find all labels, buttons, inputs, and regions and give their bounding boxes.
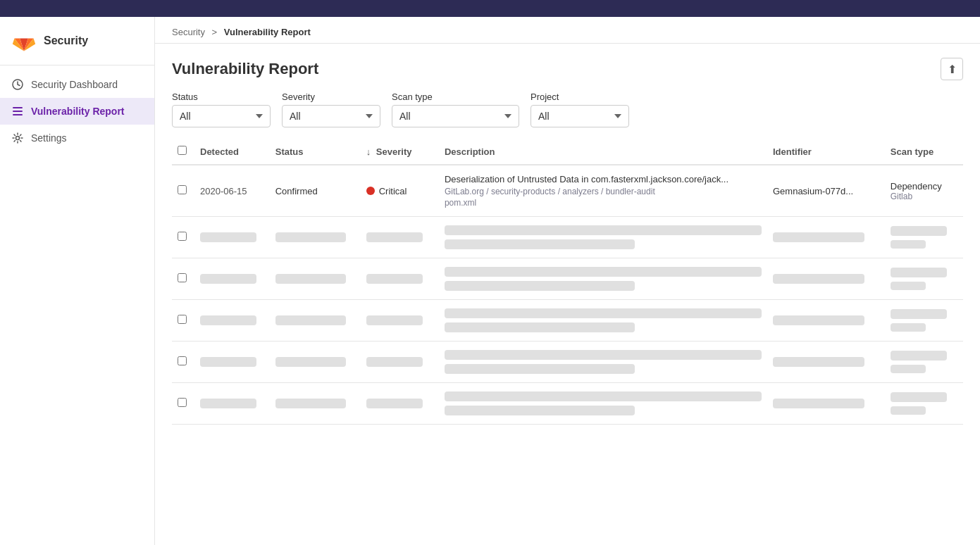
table-row xyxy=(172,258,963,300)
cell-identifier: Gemnasium-077d... xyxy=(767,165,885,217)
sidebar-item-label-dashboard: Security Dashboard xyxy=(31,79,118,90)
sidebar-item-security-dashboard[interactable]: Security Dashboard xyxy=(0,71,154,98)
row-checkbox[interactable] xyxy=(178,273,187,282)
breadcrumb: Security > Vulnerability Report xyxy=(155,17,980,44)
skel-check xyxy=(172,342,194,383)
row-checkbox[interactable] xyxy=(178,232,187,241)
table-row xyxy=(172,342,963,383)
skeleton xyxy=(891,309,947,319)
sidebar-title: Security xyxy=(44,35,88,47)
cell-scantype: Dependency Gitlab xyxy=(885,165,963,217)
scantype-main: Dependency xyxy=(891,181,957,192)
table-row xyxy=(172,217,963,258)
sidebar-item-settings[interactable]: Settings xyxy=(0,125,154,151)
skeleton xyxy=(445,406,635,415)
breadcrumb-current: Vulnerability Report xyxy=(224,27,311,37)
skeleton xyxy=(891,351,947,361)
row-checkbox[interactable] xyxy=(178,315,187,324)
skeleton xyxy=(445,281,635,291)
export-button[interactable]: ⬆ xyxy=(941,58,963,80)
vulnerability-table-wrapper: Detected Status ↓ Severity Description I… xyxy=(155,139,980,425)
filter-severity-select[interactable]: All Critical High Medium Low Info Unknow… xyxy=(282,105,380,127)
skeleton xyxy=(445,308,762,318)
skel-check xyxy=(172,383,194,425)
skeleton xyxy=(366,399,423,408)
row-checkbox[interactable] xyxy=(178,356,187,365)
skeleton xyxy=(200,357,256,367)
skeleton xyxy=(445,239,635,249)
breadcrumb-separator: > xyxy=(212,27,218,37)
filters-bar: Status All Detected Confirmed Dismissed … xyxy=(155,92,980,139)
filter-scantype-select[interactable]: All SAST DAST Dependency Scanning Contai… xyxy=(392,105,519,127)
filter-project-select[interactable]: All xyxy=(531,105,629,127)
skeleton xyxy=(891,268,947,277)
main-content: Security > Vulnerability Report Vulnerab… xyxy=(155,17,980,545)
filter-project-label: Project xyxy=(531,92,629,102)
description-path: GitLab.org / security-products / analyze… xyxy=(445,187,762,196)
table-row: 2020-06-15 Confirmed Critical Deserializ… xyxy=(172,165,963,217)
skel-check xyxy=(172,217,194,258)
table-header-row: Detected Status ↓ Severity Description I… xyxy=(172,139,963,165)
skeleton xyxy=(366,232,423,242)
th-identifier: Identifier xyxy=(767,139,885,165)
skeleton xyxy=(891,226,947,236)
filter-status-select[interactable]: All Detected Confirmed Dismissed Resolve… xyxy=(172,105,271,127)
scantype-sub: Gitlab xyxy=(891,192,957,201)
top-bar xyxy=(0,0,980,17)
skeleton xyxy=(445,267,762,277)
skeleton xyxy=(275,274,346,284)
filter-status-group: Status All Detected Confirmed Dismissed … xyxy=(172,92,271,127)
gitlab-logo xyxy=(11,28,37,54)
sidebar-item-vulnerability-report[interactable]: Vulnerability Report xyxy=(0,98,154,125)
sidebar-item-label-settings: Settings xyxy=(31,132,67,144)
filter-severity-label: Severity xyxy=(282,92,380,102)
skeleton xyxy=(366,357,423,367)
skeleton xyxy=(275,357,346,367)
skeleton xyxy=(773,232,864,242)
th-scantype: Scan type xyxy=(885,139,963,165)
skeleton xyxy=(275,399,346,408)
dashboard-icon xyxy=(11,78,24,91)
svg-rect-3 xyxy=(13,114,23,115)
skeleton xyxy=(891,406,926,415)
skel-check xyxy=(172,300,194,342)
th-select-all xyxy=(172,139,194,165)
sidebar-item-label-vuln: Vulnerability Report xyxy=(31,106,125,117)
skeleton xyxy=(200,315,256,325)
skeleton xyxy=(891,365,926,373)
skel-check xyxy=(172,258,194,300)
skeleton xyxy=(366,274,423,284)
skeleton xyxy=(773,274,864,284)
sidebar: Security Security Dashboard xyxy=(0,17,155,545)
description-main: Deserialization of Untrusted Data in com… xyxy=(445,174,762,184)
filter-status-label: Status xyxy=(172,92,271,102)
cell-status: Confirmed xyxy=(270,165,361,217)
filter-scantype-group: Scan type All SAST DAST Dependency Scann… xyxy=(392,92,519,127)
select-all-checkbox[interactable] xyxy=(178,146,187,155)
svg-rect-2 xyxy=(13,111,23,112)
skeleton xyxy=(445,364,635,374)
table-row xyxy=(172,383,963,425)
row-checkbox[interactable] xyxy=(178,398,187,407)
page-title: Vulnerability Report xyxy=(172,60,318,78)
skeleton xyxy=(773,315,864,325)
skeleton xyxy=(200,232,256,242)
skeleton xyxy=(275,315,346,325)
skeleton xyxy=(891,392,947,402)
skeleton xyxy=(773,357,864,367)
skeleton xyxy=(200,274,256,284)
th-detected: Detected xyxy=(194,139,270,165)
th-description: Description xyxy=(439,139,767,165)
skeleton xyxy=(445,225,762,235)
th-severity[interactable]: ↓ Severity xyxy=(361,139,439,165)
breadcrumb-parent[interactable]: Security xyxy=(172,27,205,37)
cell-severity: Critical xyxy=(361,165,439,217)
filter-scantype-label: Scan type xyxy=(392,92,519,102)
page-header: Vulnerability Report ⬆ xyxy=(155,44,980,92)
row-checkbox[interactable] xyxy=(178,185,187,194)
sort-icon: ↓ xyxy=(366,146,371,157)
cell-description: Deserialization of Untrusted Data in com… xyxy=(439,165,767,217)
skeleton xyxy=(891,240,926,249)
skeleton xyxy=(200,399,256,408)
skeleton xyxy=(773,399,864,408)
